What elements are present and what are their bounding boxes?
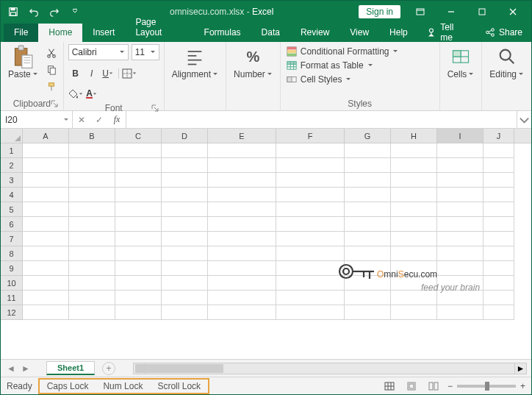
- tab-insert[interactable]: Insert: [82, 24, 125, 42]
- add-sheet-button[interactable]: +: [102, 362, 115, 375]
- cell-G8[interactable]: [345, 246, 391, 261]
- cell-B10[interactable]: [69, 276, 115, 291]
- cell-A5[interactable]: [23, 202, 69, 217]
- editing-button[interactable]: Editing: [486, 44, 527, 81]
- cell-I7[interactable]: [437, 232, 484, 246]
- column-header-B[interactable]: B: [69, 129, 115, 143]
- cell-E6[interactable]: [208, 217, 276, 232]
- cell-F8[interactable]: [276, 246, 345, 261]
- tellme-search[interactable]: Tell me: [418, 23, 476, 42]
- dialog-launcher-icon[interactable]: [151, 104, 159, 113]
- cell-I12[interactable]: [437, 305, 484, 320]
- cell-E1[interactable]: [208, 143, 276, 158]
- share-button[interactable]: Share: [476, 23, 531, 42]
- format-as-table-button[interactable]: Format as Table: [285, 60, 400, 71]
- cell-A1[interactable]: [23, 143, 69, 158]
- cell-C8[interactable]: [115, 246, 162, 261]
- cell-G2[interactable]: [345, 158, 391, 173]
- cell-E7[interactable]: [208, 232, 276, 246]
- ribbon-display-icon[interactable]: [405, 2, 436, 21]
- fill-color-button[interactable]: [68, 87, 83, 102]
- cell-J11[interactable]: [484, 291, 514, 305]
- column-header-C[interactable]: C: [115, 129, 162, 143]
- cell-I11[interactable]: [437, 291, 484, 305]
- cell-G9[interactable]: [345, 261, 391, 276]
- scroll-thumb[interactable]: [135, 364, 223, 373]
- sheet-tab-sheet1[interactable]: Sheet1: [46, 361, 95, 375]
- cell-A10[interactable]: [23, 276, 69, 291]
- enter-icon[interactable]: ✓: [90, 115, 108, 125]
- font-size-combo[interactable]: 11: [132, 44, 159, 60]
- cell-G1[interactable]: [345, 143, 391, 158]
- cell-H5[interactable]: [391, 202, 437, 217]
- cell-F9[interactable]: [276, 261, 345, 276]
- cell-J9[interactable]: [484, 261, 514, 276]
- cell-G12[interactable]: [345, 305, 391, 320]
- zoom-slider[interactable]: [457, 385, 516, 388]
- minimize-icon[interactable]: [436, 2, 467, 21]
- cell-styles-button[interactable]: Cell Styles: [285, 74, 400, 85]
- cell-B1[interactable]: [69, 143, 115, 158]
- cell-F11[interactable]: [276, 291, 345, 305]
- tab-home[interactable]: Home: [38, 24, 82, 42]
- zoom-in-button[interactable]: +: [520, 381, 525, 391]
- cell-F10[interactable]: [276, 276, 345, 291]
- cell-C4[interactable]: [115, 188, 162, 202]
- cell-F2[interactable]: [276, 158, 345, 173]
- cell-C9[interactable]: [115, 261, 162, 276]
- cell-F4[interactable]: [276, 188, 345, 202]
- cell-C1[interactable]: [115, 143, 162, 158]
- cell-E2[interactable]: [208, 158, 276, 173]
- row-header-4[interactable]: 4: [1, 188, 23, 202]
- cell-H4[interactable]: [391, 188, 437, 202]
- tab-data[interactable]: Data: [251, 24, 290, 42]
- tab-view[interactable]: View: [339, 24, 379, 42]
- row-header-7[interactable]: 7: [1, 232, 23, 246]
- cell-A8[interactable]: [23, 246, 69, 261]
- row-header-8[interactable]: 8: [1, 246, 23, 261]
- cell-I2[interactable]: [437, 158, 484, 173]
- cell-B3[interactable]: [69, 173, 115, 188]
- cell-D2[interactable]: [162, 158, 208, 173]
- cell-I5[interactable]: [437, 202, 484, 217]
- cell-G4[interactable]: [345, 188, 391, 202]
- cells-button[interactable]: Cells: [445, 44, 478, 81]
- page-layout-view-icon[interactable]: [403, 380, 420, 393]
- cell-D12[interactable]: [162, 305, 208, 320]
- cell-J4[interactable]: [484, 188, 514, 202]
- cell-A3[interactable]: [23, 173, 69, 188]
- cell-J12[interactable]: [484, 305, 514, 320]
- row-header-6[interactable]: 6: [1, 217, 23, 232]
- cell-H7[interactable]: [391, 232, 437, 246]
- copy-icon[interactable]: [44, 63, 59, 77]
- expand-formula-bar-icon[interactable]: [517, 111, 531, 128]
- cell-J1[interactable]: [484, 143, 514, 158]
- cell-D6[interactable]: [162, 217, 208, 232]
- cell-H11[interactable]: [391, 291, 437, 305]
- cell-C7[interactable]: [115, 232, 162, 246]
- cell-C12[interactable]: [115, 305, 162, 320]
- column-header-F[interactable]: F: [276, 129, 345, 143]
- dialog-launcher-icon[interactable]: [50, 99, 59, 108]
- cell-F7[interactable]: [276, 232, 345, 246]
- cell-H3[interactable]: [391, 173, 437, 188]
- cell-B6[interactable]: [69, 217, 115, 232]
- paste-button[interactable]: Paste: [5, 44, 41, 81]
- cell-F5[interactable]: [276, 202, 345, 217]
- cell-A9[interactable]: [23, 261, 69, 276]
- column-header-G[interactable]: G: [345, 129, 391, 143]
- cell-A6[interactable]: [23, 217, 69, 232]
- tab-file[interactable]: File: [4, 24, 38, 42]
- cell-B11[interactable]: [69, 291, 115, 305]
- cell-G11[interactable]: [345, 291, 391, 305]
- column-header-A[interactable]: A: [23, 129, 69, 143]
- cell-I6[interactable]: [437, 217, 484, 232]
- cancel-icon[interactable]: ✕: [73, 115, 90, 125]
- tab-formulas[interactable]: Formulas: [194, 24, 251, 42]
- tab-review[interactable]: Review: [290, 24, 339, 42]
- fx-icon[interactable]: fx: [108, 114, 126, 125]
- cell-E9[interactable]: [208, 261, 276, 276]
- cell-E8[interactable]: [208, 246, 276, 261]
- cell-F12[interactable]: [276, 305, 345, 320]
- cell-C2[interactable]: [115, 158, 162, 173]
